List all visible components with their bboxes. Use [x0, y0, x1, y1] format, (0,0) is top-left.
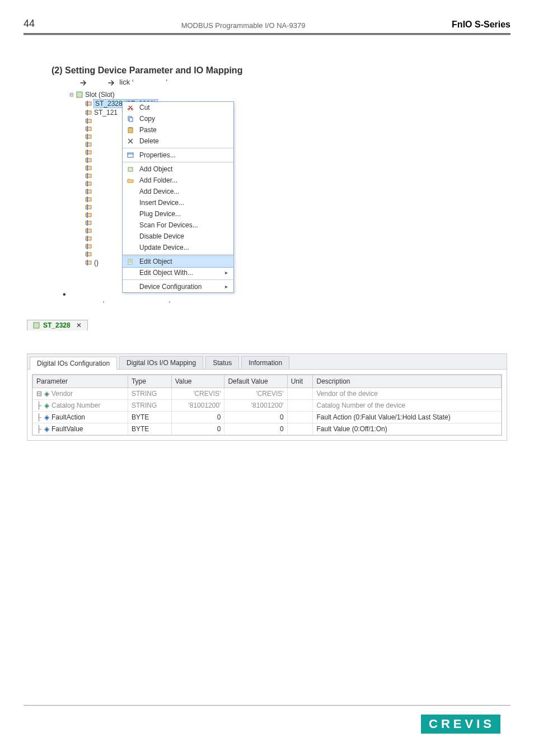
- cell-unit: [287, 423, 313, 435]
- cell-type: BYTE: [128, 411, 171, 423]
- hint-line: lick ‘ ': [79, 78, 510, 87]
- cell-unit: [287, 388, 313, 399]
- tree-root-label: Slot (Slot): [85, 91, 115, 99]
- context-item[interactable]: Properties...: [123, 150, 233, 161]
- panel-title-text: ST_2328: [43, 321, 71, 329]
- svg-rect-41: [86, 261, 91, 264]
- svg-rect-49: [128, 153, 133, 157]
- svg-rect-10: [87, 134, 88, 139]
- context-item[interactable]: Add Device...: [123, 186, 233, 197]
- svg-rect-15: [86, 158, 91, 162]
- context-item[interactable]: Add Folder...: [123, 175, 233, 186]
- module-icon: [85, 180, 92, 187]
- column-header[interactable]: Unit: [287, 375, 313, 388]
- context-item[interactable]: Edit Object With...▸: [123, 267, 233, 278]
- cell-param: ├◈Catalog Number: [33, 399, 128, 411]
- context-separator: [123, 162, 233, 162]
- context-label: Device Configuration: [139, 283, 202, 291]
- device-icon: [33, 322, 40, 329]
- table-row[interactable]: ⊟◈VendorSTRING'CREVIS''CREVIS'Vendor of …: [33, 388, 502, 399]
- svg-rect-5: [86, 119, 91, 123]
- context-label: Edit Object: [139, 258, 172, 265]
- cell-value[interactable]: 0: [171, 423, 224, 435]
- submenu-arrow-icon: ▸: [225, 283, 228, 290]
- tab-digital-ios-i-o-mapping[interactable]: Digital IOs I/O Mapping: [119, 356, 203, 369]
- copy-icon: [126, 115, 135, 122]
- svg-rect-35: [86, 237, 91, 240]
- close-icon[interactable]: ✕: [76, 321, 82, 329]
- svg-rect-12: [87, 142, 88, 147]
- context-item[interactable]: Disable Device: [123, 231, 233, 242]
- column-header[interactable]: Value: [171, 375, 224, 388]
- page-number: 44: [24, 18, 35, 30]
- cell-unit: [287, 399, 313, 411]
- svg-rect-24: [87, 189, 88, 194]
- context-item[interactable]: Insert Device...: [123, 197, 233, 208]
- cell-param: ├◈FaultAction: [33, 411, 128, 423]
- svg-rect-46: [129, 118, 133, 122]
- svg-rect-29: [86, 213, 91, 217]
- cell-param: ⊟◈Vendor: [33, 388, 128, 399]
- divider: [24, 705, 510, 706]
- module-icon: [85, 235, 92, 242]
- cell-default: 0: [224, 411, 287, 423]
- context-item[interactable]: Paste: [123, 124, 233, 136]
- svg-rect-37: [86, 245, 91, 248]
- module-icon: [85, 220, 92, 226]
- context-item[interactable]: Cut: [123, 102, 233, 113]
- tab-information[interactable]: Information: [241, 356, 289, 369]
- tree-item-label: (): [94, 259, 99, 267]
- svg-rect-2: [87, 101, 88, 106]
- slot-icon: [76, 91, 83, 98]
- table-row[interactable]: ├◈Catalog NumberSTRING'81001200''8100120…: [33, 399, 502, 411]
- svg-rect-31: [86, 221, 91, 225]
- column-header[interactable]: Description: [313, 375, 502, 388]
- module-icon: [85, 100, 92, 107]
- context-item[interactable]: Device Configuration▸: [123, 281, 233, 292]
- panel-title[interactable]: ST_2328 ✕: [27, 320, 88, 330]
- table-row[interactable]: ├◈FaultValueBYTE00Fault Value (0:Off/1:O…: [33, 423, 502, 435]
- table-row[interactable]: ├◈FaultActionBYTE00Fault Action (0:Falut…: [33, 411, 502, 423]
- tab-panel: Digital IOs ConfigurationDigital IOs I/O…: [27, 353, 507, 441]
- tab-digital-ios-configuration[interactable]: Digital IOs Configuration: [30, 357, 117, 370]
- svg-rect-4: [87, 110, 88, 115]
- module-icon: [85, 251, 92, 258]
- cell-unit: [287, 411, 313, 423]
- svg-rect-38: [87, 244, 88, 249]
- column-header[interactable]: Parameter: [33, 375, 128, 388]
- cell-type: STRING: [128, 388, 171, 399]
- svg-rect-19: [86, 174, 91, 178]
- cell-value[interactable]: 0: [171, 411, 224, 423]
- context-label: Copy: [139, 115, 155, 123]
- context-item[interactable]: Plug Device...: [123, 208, 233, 220]
- column-header[interactable]: Type: [128, 375, 171, 388]
- context-item[interactable]: Copy: [123, 113, 233, 124]
- tab-status[interactable]: Status: [205, 356, 239, 369]
- cell-desc: Fault Action (0:Falut Value/1:Hold Last …: [313, 411, 502, 423]
- context-item[interactable]: Add Object: [123, 164, 233, 175]
- addobj-icon: [126, 166, 135, 172]
- tree-root[interactable]: ⊟ Slot (Slot): [69, 90, 254, 99]
- svg-rect-11: [86, 143, 91, 146]
- module-icon: [85, 157, 92, 164]
- context-label: Plug Device...: [139, 210, 181, 218]
- context-item[interactable]: Edit Object: [123, 256, 233, 267]
- svg-rect-40: [87, 251, 88, 257]
- module-icon: [85, 141, 92, 148]
- svg-rect-3: [86, 111, 91, 114]
- column-header[interactable]: Default Value: [224, 375, 287, 388]
- context-item[interactable]: Delete: [123, 136, 233, 147]
- context-label: Properties...: [139, 151, 176, 159]
- svg-rect-8: [87, 126, 88, 132]
- context-item[interactable]: Scan For Devices...: [123, 220, 233, 231]
- context-label: Edit Object With...: [139, 269, 193, 277]
- context-label: Add Folder...: [139, 176, 177, 184]
- cell-param: ├◈FaultValue: [33, 423, 128, 435]
- context-label: Update Device...: [139, 244, 189, 251]
- svg-rect-52: [34, 323, 39, 328]
- brand-logo: CREVIS: [421, 715, 500, 734]
- svg-rect-6: [87, 118, 88, 124]
- context-item[interactable]: Update Device...: [123, 242, 233, 253]
- svg-rect-14: [87, 150, 88, 155]
- module-icon: [85, 227, 92, 234]
